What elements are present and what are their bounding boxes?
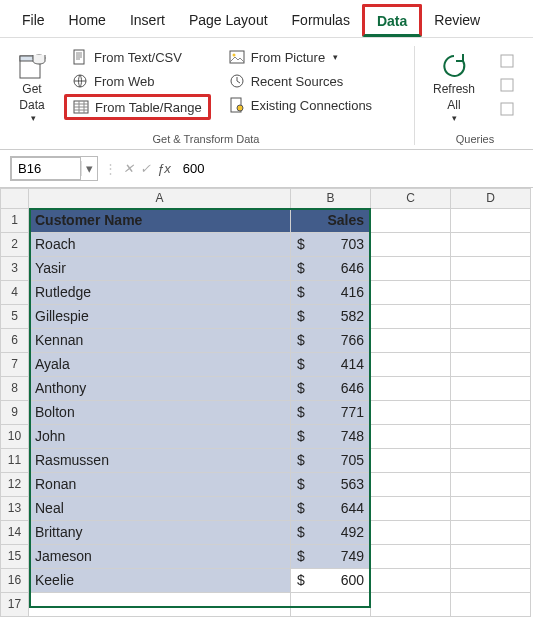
name-box-dropdown[interactable]: ▾	[81, 161, 97, 176]
tab-data[interactable]: Data	[362, 4, 422, 37]
svg-rect-6	[230, 51, 244, 63]
table-cell-name[interactable]: Rasmussen	[29, 448, 291, 472]
row-header[interactable]: 8	[1, 376, 29, 400]
tab-insert[interactable]: Insert	[118, 6, 177, 36]
svg-point-7	[232, 54, 235, 57]
row-header[interactable]: 14	[1, 520, 29, 544]
svg-rect-11	[501, 55, 513, 67]
existing-connections-button[interactable]: Existing Connections	[221, 94, 380, 116]
worksheet-grid[interactable]: ABCD1 Customer Name Sales 2 Roach $703 3…	[0, 188, 533, 617]
table-cell-name[interactable]: Brittany	[29, 520, 291, 544]
row-header[interactable]: 10	[1, 424, 29, 448]
table-cell-sales[interactable]: $416	[291, 280, 371, 304]
svg-rect-12	[501, 79, 513, 91]
svg-rect-13	[501, 103, 513, 115]
ribbon: Get Data▾ From Text/CSV From Web From Ta…	[0, 38, 533, 150]
tab-home[interactable]: Home	[57, 6, 118, 36]
formula-bar: ▾ ⋮ ✕ ✓ ƒx	[0, 150, 533, 188]
column-header-A[interactable]: A	[29, 188, 291, 208]
row-header[interactable]: 3	[1, 256, 29, 280]
name-box[interactable]	[11, 157, 81, 180]
table-cell-sales[interactable]: $748	[291, 424, 371, 448]
row-header[interactable]: 15	[1, 544, 29, 568]
table-cell-sales[interactable]: $749	[291, 544, 371, 568]
row-header[interactable]: 2	[1, 232, 29, 256]
table-cell-name[interactable]: Keelie	[29, 568, 291, 592]
ribbon-group-label: Get & Transform Data	[10, 129, 402, 145]
get-data-button[interactable]: Get Data▾	[10, 46, 54, 129]
table-cell-sales[interactable]: $582	[291, 304, 371, 328]
from-table-range-button[interactable]: From Table/Range	[64, 94, 211, 120]
row-header[interactable]: 12	[1, 472, 29, 496]
ribbon-tabs: FileHomeInsertPage LayoutFormulasDataRev…	[0, 0, 533, 38]
formula-divider: ⋮	[104, 161, 117, 176]
svg-point-10	[237, 105, 243, 111]
tab-review[interactable]: Review	[422, 6, 492, 36]
row-header[interactable]: 13	[1, 496, 29, 520]
row-header[interactable]: 16	[1, 568, 29, 592]
formula-input[interactable]	[177, 158, 523, 179]
cancel-icon[interactable]: ✕	[123, 161, 134, 176]
table-cell-sales[interactable]: $705	[291, 448, 371, 472]
ribbon-item-1[interactable]	[491, 50, 523, 72]
table-cell-sales[interactable]: $771	[291, 400, 371, 424]
row-header[interactable]: 7	[1, 352, 29, 376]
column-header-C[interactable]: C	[371, 188, 451, 208]
table-cell-sales[interactable]: $644	[291, 496, 371, 520]
table-cell-sales[interactable]: $492	[291, 520, 371, 544]
table-cell-sales[interactable]: $414	[291, 352, 371, 376]
ribbon-item-2[interactable]	[491, 74, 523, 96]
from-picture-button[interactable]: From Picture▾	[221, 46, 380, 68]
column-header-B[interactable]: B	[291, 188, 371, 208]
table-cell-sales[interactable]: $703	[291, 232, 371, 256]
row-header[interactable]: 5	[1, 304, 29, 328]
table-cell-sales[interactable]: $600	[291, 568, 371, 592]
tab-file[interactable]: File	[10, 6, 57, 36]
table-cell-name[interactable]: Neal	[29, 496, 291, 520]
table-cell-name[interactable]: Gillespie	[29, 304, 291, 328]
tab-formulas[interactable]: Formulas	[280, 6, 362, 36]
refresh-all-button[interactable]: Refresh All▾	[427, 46, 481, 129]
table-cell-name[interactable]: Yasir	[29, 256, 291, 280]
table-cell-name[interactable]: Anthony	[29, 376, 291, 400]
row-header[interactable]: 6	[1, 328, 29, 352]
table-cell-name[interactable]: Ronan	[29, 472, 291, 496]
table-cell-name[interactable]: Ayala	[29, 352, 291, 376]
from-text-csv-button[interactable]: From Text/CSV	[64, 46, 211, 68]
table-cell-name[interactable]: Jameson	[29, 544, 291, 568]
table-cell-sales[interactable]: $563	[291, 472, 371, 496]
ribbon-group-label-queries: Queries	[427, 129, 523, 145]
from-web-button[interactable]: From Web	[64, 70, 211, 92]
table-cell-name[interactable]: Bolton	[29, 400, 291, 424]
table-cell-name[interactable]: Kennan	[29, 328, 291, 352]
table-header-sales: Sales	[291, 208, 371, 232]
table-cell-name[interactable]: John	[29, 424, 291, 448]
table-cell-sales[interactable]: $646	[291, 256, 371, 280]
row-header[interactable]: 17	[1, 592, 29, 616]
recent-sources-button[interactable]: Recent Sources	[221, 70, 380, 92]
table-cell-name[interactable]: Roach	[29, 232, 291, 256]
column-header-D[interactable]: D	[451, 188, 531, 208]
table-cell-sales[interactable]: $766	[291, 328, 371, 352]
fx-icon[interactable]: ƒx	[157, 161, 171, 176]
row-header[interactable]: 4	[1, 280, 29, 304]
row-header[interactable]: 1	[1, 208, 29, 232]
ribbon-item-3[interactable]	[491, 98, 523, 120]
row-header[interactable]: 11	[1, 448, 29, 472]
row-header[interactable]: 9	[1, 400, 29, 424]
table-cell-sales[interactable]: $646	[291, 376, 371, 400]
table-header-name: Customer Name	[29, 208, 291, 232]
enter-icon[interactable]: ✓	[140, 161, 151, 176]
table-cell-name[interactable]: Rutledge	[29, 280, 291, 304]
tab-page-layout[interactable]: Page Layout	[177, 6, 280, 36]
